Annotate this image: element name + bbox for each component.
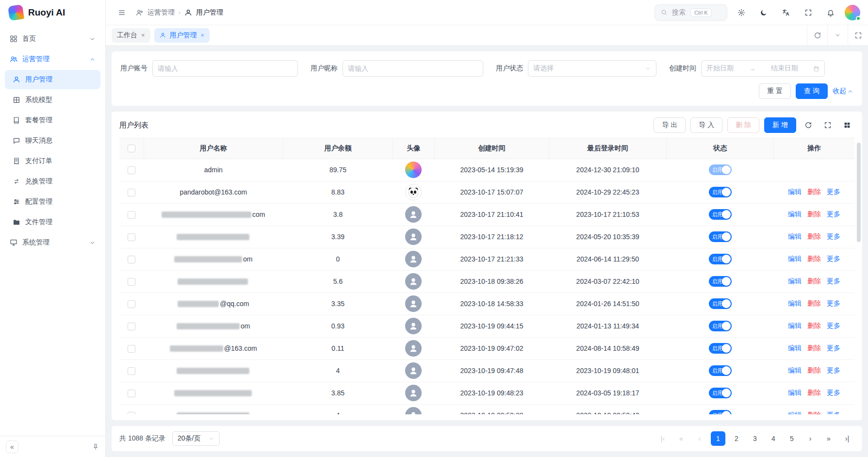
status-toggle[interactable]: 启用 bbox=[709, 164, 732, 175]
sidebar-item-chat-messages[interactable]: 聊天消息 bbox=[5, 131, 100, 150]
more-link[interactable]: 更多 bbox=[827, 344, 840, 352]
row-checkbox[interactable] bbox=[128, 367, 135, 375]
delete-button[interactable]: 删 除 bbox=[727, 117, 759, 133]
reset-button[interactable]: 重 置 bbox=[759, 83, 791, 99]
more-link[interactable]: 更多 bbox=[827, 277, 840, 285]
sidebar-item-payment-orders[interactable]: 支付订单 bbox=[5, 151, 100, 171]
last-page-button[interactable]: ›| bbox=[840, 431, 854, 446]
edit-link[interactable]: 编辑 bbox=[788, 366, 802, 374]
sidebar-item-system-models[interactable]: 系统模型 bbox=[5, 90, 100, 110]
row-checkbox[interactable] bbox=[128, 211, 135, 219]
sidebar-item-system-management[interactable]: 系统管理 bbox=[5, 233, 100, 252]
status-toggle[interactable]: 启用 bbox=[709, 298, 732, 309]
row-checkbox[interactable] bbox=[128, 323, 135, 330]
user-avatar-button[interactable] bbox=[845, 5, 860, 20]
jump-next-button[interactable]: » bbox=[821, 431, 836, 446]
more-link[interactable]: 更多 bbox=[827, 210, 840, 218]
more-link[interactable]: 更多 bbox=[827, 299, 840, 307]
edit-link[interactable]: 编辑 bbox=[788, 210, 802, 218]
delete-link[interactable]: 删除 bbox=[807, 344, 821, 352]
nickname-input[interactable] bbox=[348, 65, 478, 72]
delete-link[interactable]: 删除 bbox=[807, 232, 821, 240]
delete-link[interactable]: 删除 bbox=[807, 277, 821, 285]
sidebar-item-user-management[interactable]: 用户管理 bbox=[5, 70, 100, 89]
collapse-sidebar-button[interactable]: « bbox=[6, 441, 18, 453]
collapse-filters-link[interactable]: 收起 bbox=[833, 87, 853, 96]
delete-link[interactable]: 删除 bbox=[807, 188, 821, 196]
row-checkbox[interactable] bbox=[128, 412, 135, 414]
page-size-select[interactable]: 20条/页 bbox=[172, 431, 220, 446]
status-toggle[interactable]: 启用 bbox=[709, 187, 732, 197]
first-page-button[interactable]: |‹ bbox=[655, 431, 670, 446]
more-link[interactable]: 更多 bbox=[827, 255, 840, 262]
status-toggle[interactable]: 启用 bbox=[709, 388, 732, 398]
add-button[interactable]: 新 增 bbox=[764, 117, 796, 133]
edit-link[interactable]: 编辑 bbox=[788, 344, 802, 352]
close-tab-icon[interactable]: × bbox=[141, 32, 145, 39]
edit-link[interactable]: 编辑 bbox=[788, 411, 802, 414]
delete-link[interactable]: 删除 bbox=[807, 366, 821, 374]
refresh-tab-button[interactable] bbox=[807, 25, 827, 45]
maximize-content-button[interactable] bbox=[848, 25, 868, 45]
edit-link[interactable]: 编辑 bbox=[788, 232, 802, 240]
page-button-5[interactable]: 5 bbox=[785, 431, 799, 446]
status-select[interactable]: 请选择 bbox=[528, 60, 656, 77]
edit-link[interactable]: 编辑 bbox=[788, 299, 802, 307]
import-button[interactable]: 导 入 bbox=[690, 117, 722, 133]
sidebar-item-home[interactable]: 首页 bbox=[5, 29, 100, 49]
delete-link[interactable]: 删除 bbox=[807, 210, 821, 218]
status-toggle[interactable]: 启用 bbox=[709, 209, 732, 220]
edit-link[interactable]: 编辑 bbox=[788, 188, 802, 196]
row-checkbox[interactable] bbox=[128, 300, 135, 308]
page-button-4[interactable]: 4 bbox=[766, 431, 781, 446]
row-checkbox[interactable] bbox=[128, 166, 135, 174]
prev-page-button[interactable]: ‹ bbox=[692, 431, 707, 446]
more-link[interactable]: 更多 bbox=[827, 232, 840, 240]
account-input[interactable] bbox=[158, 65, 293, 72]
delete-link[interactable]: 删除 bbox=[807, 411, 821, 414]
row-checkbox[interactable] bbox=[128, 189, 135, 196]
status-toggle[interactable]: 启用 bbox=[709, 410, 732, 414]
row-checkbox[interactable] bbox=[128, 390, 135, 397]
fullscreen-button[interactable] bbox=[800, 4, 817, 21]
hamburger-menu-icon[interactable] bbox=[114, 4, 130, 21]
more-link[interactable]: 更多 bbox=[827, 322, 840, 329]
more-link[interactable]: 更多 bbox=[827, 389, 840, 396]
query-button[interactable]: 查 询 bbox=[796, 83, 828, 99]
status-toggle[interactable]: 启用 bbox=[709, 254, 732, 264]
more-link[interactable]: 更多 bbox=[827, 366, 840, 374]
column-settings-button[interactable] bbox=[840, 118, 854, 132]
refresh-table-button[interactable] bbox=[801, 118, 816, 132]
sidebar-item-plans[interactable]: 套餐管理 bbox=[5, 111, 100, 130]
breadcrumb-level1[interactable]: 运营管理 bbox=[147, 8, 175, 17]
status-toggle[interactable]: 启用 bbox=[709, 231, 732, 242]
translate-button[interactable] bbox=[778, 4, 794, 21]
sidebar-item-files[interactable]: 文件管理 bbox=[5, 212, 100, 232]
edit-link[interactable]: 编辑 bbox=[788, 255, 802, 262]
select-all-checkbox[interactable] bbox=[128, 145, 135, 152]
row-checkbox[interactable] bbox=[128, 345, 135, 353]
edit-link[interactable]: 编辑 bbox=[788, 389, 802, 396]
tab-workbench[interactable]: 工作台 × bbox=[112, 28, 150, 43]
table-scrollbar[interactable] bbox=[857, 143, 861, 242]
sidebar-item-operations[interactable]: 运营管理 bbox=[5, 49, 100, 69]
delete-link[interactable]: 删除 bbox=[807, 389, 821, 396]
delete-link[interactable]: 删除 bbox=[807, 255, 821, 262]
dark-mode-button[interactable] bbox=[755, 4, 772, 21]
page-button-3[interactable]: 3 bbox=[748, 431, 762, 446]
global-search[interactable]: 搜索 Ctrl K bbox=[655, 4, 727, 21]
jump-prev-button[interactable]: « bbox=[674, 431, 688, 446]
tab-user-management[interactable]: 用户管理 × bbox=[154, 28, 210, 43]
next-page-button[interactable]: › bbox=[803, 431, 818, 446]
status-toggle[interactable]: 启用 bbox=[709, 321, 732, 331]
close-tab-icon[interactable]: × bbox=[201, 32, 205, 39]
more-link[interactable]: 更多 bbox=[827, 411, 840, 414]
more-link[interactable]: 更多 bbox=[827, 188, 840, 196]
row-checkbox[interactable] bbox=[128, 256, 135, 263]
status-toggle[interactable]: 启用 bbox=[709, 276, 732, 287]
fullscreen-table-button[interactable] bbox=[820, 118, 835, 132]
page-button-1[interactable]: 1 bbox=[711, 431, 725, 446]
edit-link[interactable]: 编辑 bbox=[788, 322, 802, 329]
status-toggle[interactable]: 启用 bbox=[709, 343, 732, 354]
edit-link[interactable]: 编辑 bbox=[788, 277, 802, 285]
